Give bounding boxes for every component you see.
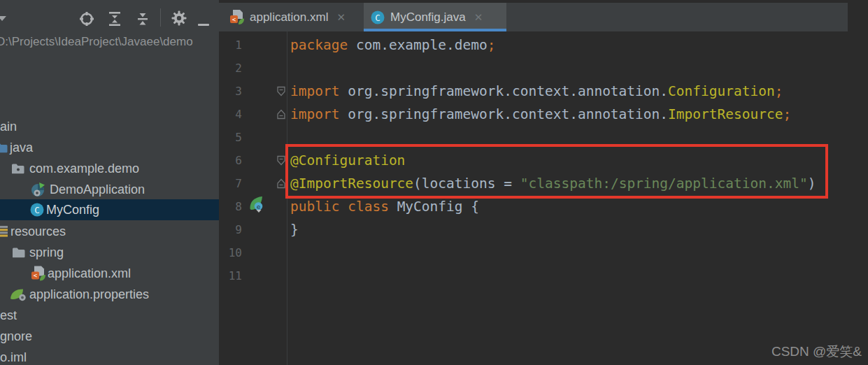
collapse-all-icon[interactable]: [135, 10, 150, 30]
fold-region-start-icon[interactable]: [276, 86, 286, 96]
tree-item-resources[interactable]: resources: [0, 221, 219, 242]
chevron-down-icon[interactable]: [0, 12, 7, 24]
code-line-3: import org.springframework.context.annot…: [290, 80, 783, 103]
tab-application-xml[interactable]: < application.xml ✕: [222, 3, 362, 31]
locate-file-icon[interactable]: [78, 10, 95, 30]
tree-item-spring[interactable]: spring: [0, 242, 219, 263]
code-line-1: package com.example.demo;: [290, 34, 496, 57]
spring-boot-class-icon: [30, 181, 47, 198]
watermark: CSDN @爱笑&: [771, 343, 862, 361]
code-line-4: import org.springframework.context.annot…: [290, 103, 791, 126]
toolbar-divider: [160, 8, 161, 27]
fold-region-start-icon[interactable]: [276, 155, 286, 166]
line-number: 5: [219, 126, 242, 149]
fold-region-end-icon[interactable]: [276, 178, 286, 189]
gear-icon[interactable]: [170, 9, 188, 30]
tree-item-myconfig[interactable]: C MyConfig: [0, 199, 219, 220]
spring-bean-gutter-icon[interactable]: e: [247, 194, 265, 213]
class-icon: C: [371, 10, 385, 24]
line-number: 8: [219, 195, 242, 218]
line-number: 10: [219, 241, 242, 264]
code-editor[interactable]: 1 2 3 4 5 6 7 8 9 10 11 e package com.ex…: [219, 31, 868, 365]
project-tool-window: D:\Projects\IdeaProject\Javaee\demo ain …: [0, 0, 220, 365]
folder-icon: [13, 248, 25, 258]
svg-text:<: <: [34, 272, 38, 279]
line-number: 2: [219, 57, 242, 80]
spring-xml-file-icon: <: [229, 10, 244, 25]
close-tab-icon[interactable]: ✕: [336, 11, 346, 24]
line-number: 11: [219, 264, 242, 287]
line-number: 9: [219, 218, 242, 241]
code-line-9: }: [290, 218, 299, 241]
svg-text:e: e: [257, 203, 261, 210]
close-tab-icon[interactable]: ✕: [474, 11, 483, 24]
tree-item-gitignore[interactable]: gnore: [0, 326, 219, 347]
fold-region-end-icon[interactable]: [276, 109, 286, 120]
line-number: 7: [219, 172, 242, 195]
project-path: D:\Projects\IdeaProject\Javaee\demo: [0, 35, 193, 49]
tree-item-test[interactable]: est: [0, 305, 219, 326]
svg-text:C: C: [34, 205, 40, 215]
spring-properties-file-icon: [9, 287, 27, 301]
tree-item-package[interactable]: com.example.demo: [0, 158, 219, 179]
tree-item-main[interactable]: ain: [0, 116, 219, 137]
package-folder-icon: [12, 164, 24, 174]
svg-text:<: <: [232, 15, 236, 22]
line-number: 6: [219, 149, 242, 172]
expand-all-icon[interactable]: [107, 10, 122, 30]
line-number: 3: [219, 80, 242, 103]
line-number: 1: [219, 34, 242, 57]
source-folder-icon: [0, 143, 8, 153]
spring-xml-file-icon: <: [31, 266, 46, 282]
highlight-rectangle: [285, 144, 828, 199]
tree-item-java[interactable]: java: [0, 137, 219, 158]
tab-myconfig-java[interactable]: C MyConfig.java ✕: [364, 3, 506, 31]
svg-text:C: C: [375, 12, 380, 22]
tree-item-iml[interactable]: o.iml: [0, 347, 219, 365]
class-icon: C: [30, 203, 44, 217]
tree-item-applicationproperties[interactable]: application.properties: [0, 284, 219, 305]
line-number: 4: [219, 103, 242, 126]
tree-item-demoapplication[interactable]: DemoApplication: [0, 179, 219, 200]
hide-panel-icon[interactable]: [198, 17, 209, 29]
resources-folder-icon: [0, 226, 8, 237]
tree-item-applicationxml[interactable]: < application.xml: [0, 263, 219, 284]
